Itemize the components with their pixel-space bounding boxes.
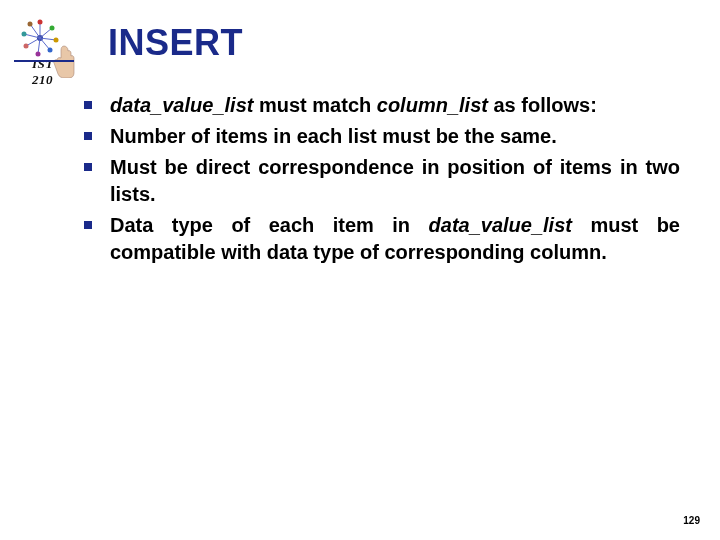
- slide-body: data_value_list must match column_list a…: [78, 92, 680, 270]
- slide: IST 210 INSERT data_value_list must matc…: [0, 0, 720, 540]
- bullet-text-segment: data_value_list: [429, 214, 572, 236]
- bullet-text-segment: column_list: [377, 94, 488, 116]
- bullet-list: data_value_list must match column_list a…: [78, 92, 680, 266]
- bullet-item: Data type of each item in data_value_lis…: [78, 212, 680, 266]
- bullet-item: Must be direct correspondence in positio…: [78, 154, 680, 208]
- svg-point-16: [28, 22, 33, 27]
- page-number: 129: [683, 515, 700, 526]
- bullet-text-segment: data_value_list: [110, 94, 253, 116]
- svg-point-9: [38, 20, 43, 25]
- slide-title: INSERT: [108, 22, 243, 64]
- bullet-text-segment: Data type of each item in: [110, 214, 429, 236]
- bullet-text-segment: Must be direct correspondence in positio…: [110, 156, 680, 205]
- svg-point-11: [54, 38, 59, 43]
- svg-point-14: [24, 44, 29, 49]
- bullet-text-segment: as follows:: [488, 94, 597, 116]
- svg-point-10: [50, 26, 55, 31]
- course-logo: IST 210: [18, 18, 76, 76]
- header-divider: [14, 60, 74, 62]
- svg-point-15: [22, 32, 27, 37]
- bullet-text-segment: Number of items in each list must be the…: [110, 125, 557, 147]
- bullet-item: data_value_list must match column_list a…: [78, 92, 680, 119]
- bullet-item: Number of items in each list must be the…: [78, 123, 680, 150]
- bullet-text-segment: must match: [253, 94, 376, 116]
